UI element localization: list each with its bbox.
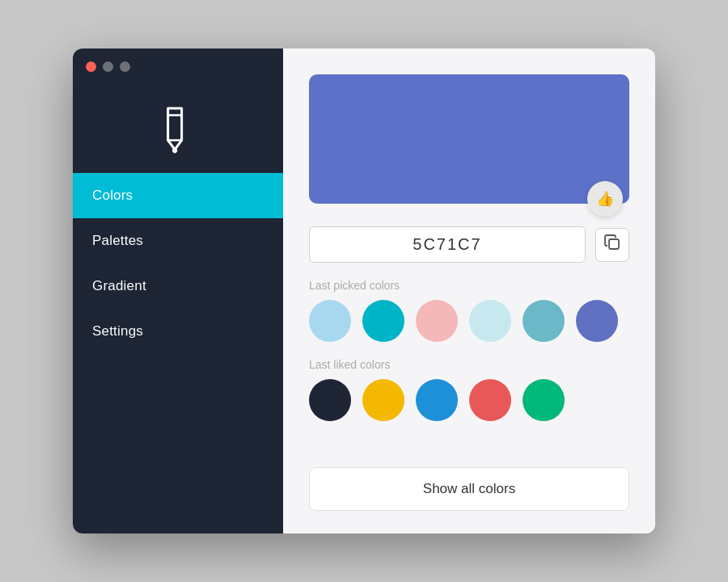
liked-color-1[interactable] xyxy=(309,379,351,421)
liked-color-4[interactable] xyxy=(469,379,511,421)
last-picked-colors xyxy=(309,300,629,342)
copy-icon xyxy=(603,234,621,255)
picked-color-4[interactable] xyxy=(469,300,511,342)
sidebar-item-gradient[interactable]: Gradient xyxy=(73,264,283,309)
hex-row xyxy=(309,226,629,263)
picked-color-3[interactable] xyxy=(416,300,458,342)
show-all-button[interactable]: Show all colors xyxy=(309,467,629,511)
sidebar-item-settings[interactable]: Settings xyxy=(73,309,283,354)
main-content: 👍 Last picked colors xyxy=(283,48,655,534)
picked-color-2[interactable] xyxy=(362,300,404,342)
svg-rect-1 xyxy=(609,239,619,249)
last-picked-section: Last picked colors xyxy=(309,279,629,342)
sidebar-item-palettes[interactable]: Palettes xyxy=(73,218,283,264)
dropper-icon xyxy=(143,95,214,165)
maximize-button[interactable] xyxy=(120,61,130,72)
last-liked-section: Last liked colors xyxy=(309,358,629,421)
nav-menu: Colors Palettes Gradient Settings xyxy=(73,173,283,534)
last-liked-colors xyxy=(309,379,629,421)
thumbs-up-icon: 👍 xyxy=(596,190,614,208)
last-picked-label: Last picked colors xyxy=(309,279,629,292)
copy-button[interactable] xyxy=(595,228,629,262)
color-preview xyxy=(309,74,629,204)
app-window: Colors Palettes Gradient Settings 👍 xyxy=(73,48,655,534)
sidebar-item-colors[interactable]: Colors xyxy=(73,173,283,218)
picked-color-6[interactable] xyxy=(576,300,618,342)
sidebar: Colors Palettes Gradient Settings xyxy=(73,48,283,534)
liked-color-3[interactable] xyxy=(416,379,458,421)
close-button[interactable] xyxy=(86,61,96,72)
like-button[interactable]: 👍 xyxy=(587,181,623,217)
last-liked-label: Last liked colors xyxy=(309,358,629,371)
liked-color-5[interactable] xyxy=(523,379,565,421)
sidebar-icon-area xyxy=(73,78,283,173)
picked-color-5[interactable] xyxy=(523,300,565,342)
color-preview-container: 👍 xyxy=(309,74,629,204)
hex-input[interactable] xyxy=(309,226,586,263)
liked-color-2[interactable] xyxy=(362,379,404,421)
minimize-button[interactable] xyxy=(103,61,113,72)
titlebar xyxy=(73,48,283,78)
picked-color-1[interactable] xyxy=(309,300,351,342)
